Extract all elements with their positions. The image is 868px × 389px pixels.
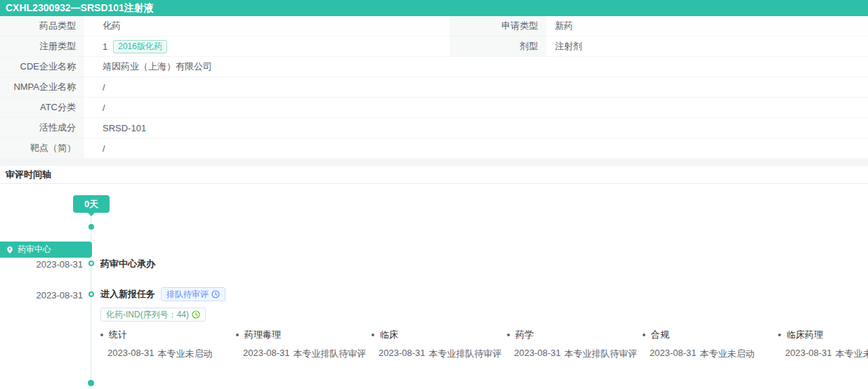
specialty-name: 临床 (380, 329, 398, 341)
timeline-section-title: 审评时间轴 (0, 166, 868, 184)
field-label: CDE企业名称 (0, 57, 84, 77)
specialty-date: 2023-08-31 (650, 348, 697, 360)
field-label: NMPA企业名称 (0, 77, 84, 97)
specialty-date: 2023-08-31 (785, 348, 832, 360)
specialty-date: 2023-08-31 (243, 348, 290, 360)
field-value: 注射剂 (555, 40, 582, 53)
review-center-label: 药审中心 (18, 244, 51, 256)
field-value: / (103, 103, 105, 113)
specialty-status: 本专业未启动 (700, 348, 755, 360)
field-value: 新药 (555, 20, 573, 32)
specialty-item: 统计 2023-08-31本专业未启动 (100, 329, 236, 360)
elapsed-days-badge: 0天 (73, 195, 110, 213)
specialty-name: 药学 (515, 329, 534, 341)
field-value: / (103, 82, 105, 93)
event-title: 药审中心承办 (100, 258, 155, 270)
event-date: 2023-08-31 (0, 290, 83, 301)
drug-info-table: 药品类型 化药 申请类型 新药 注册类型 1 2016版化药 剂型 注射剂 CD… (0, 16, 868, 159)
specialty-date: 2023-08-31 (107, 348, 154, 360)
timeline-axis (91, 215, 91, 384)
table-row: 药品类型 化药 申请类型 新药 (0, 16, 868, 37)
table-row: CDE企业名称 靖因药业（上海）有限公司 (0, 57, 868, 77)
field-label: ATC分类 (0, 98, 84, 117)
field-label: 靶点（简） (0, 138, 84, 158)
specialty-status: 本专业未启动 (836, 348, 868, 360)
specialty-status: 本专业排队待审评 (565, 348, 638, 360)
specialty-status: 本专业未启动 (158, 348, 213, 360)
specialty-name: 合规 (651, 329, 669, 341)
specialty-name: 统计 (109, 329, 127, 341)
specialty-name: 药理毒理 (244, 329, 281, 341)
specialty-date: 2023-08-31 (514, 348, 561, 360)
specialty-item: 临床 2023-08-31本专业排队待审评 (371, 329, 507, 360)
field-label: 剂型 (449, 37, 546, 56)
specialty-item: 临床药理 2023-08-31本专业未启动 (778, 329, 868, 360)
queue-status-text: 排队待审评 (166, 289, 209, 301)
field-value: 1 (103, 41, 107, 52)
event-marker (88, 291, 94, 297)
page-title: CXHL2300932—SRSD101注射液 (0, 0, 868, 16)
event-marker (88, 261, 94, 266)
table-row: NMPA企业名称 / (0, 77, 868, 98)
bullet-icon (100, 334, 103, 336)
bullet-icon (643, 334, 645, 336)
specialty-status: 本专业排队待审评 (429, 348, 502, 360)
event-title: 进入新报任务 排队待审评 (100, 287, 225, 301)
specialty-status: 本专业排队待审评 (294, 348, 367, 360)
task-sequence-text: 化药-IND(序列号：44) (106, 309, 189, 321)
table-row: 注册类型 1 2016版化药 剂型 注射剂 (0, 37, 868, 57)
field-label: 申请类型 (449, 16, 546, 36)
field-value: / (103, 143, 105, 154)
field-label: 活性成分 (0, 118, 84, 138)
event-title-text: 进入新报任务 (100, 288, 155, 301)
task-sequence-badge[interactable]: 化药-IND(序列号：44) (100, 308, 206, 322)
field-value: 靖因药业（上海）有限公司 (103, 60, 212, 73)
specialty-item: 药学 2023-08-31本专业排队待审评 (507, 329, 643, 360)
table-row: 活性成分 SRSD-101 (0, 118, 868, 138)
timeline-end-dot (88, 380, 94, 386)
specialty-name: 临床药理 (787, 329, 823, 341)
bullet-icon (778, 334, 781, 336)
registration-version-badge[interactable]: 2016版化药 (113, 40, 167, 53)
review-center-banner: 药审中心 (0, 242, 92, 258)
bullet-icon (507, 334, 510, 336)
field-label: 注册类型 (0, 37, 84, 56)
review-timeline: 0天 药审中心 2023-08-31 药审中心承办 2023-08-31 进入新… (0, 184, 868, 389)
field-value: SRSD-101 (103, 123, 146, 133)
specialty-status-row: 统计 2023-08-31本专业未启动 药理毒理 2023-08-31本专业排队… (100, 329, 868, 360)
clock-icon[interactable] (211, 290, 220, 298)
table-row: 靶点（简） / (0, 138, 868, 159)
queue-status-badge[interactable]: 排队待审评 (161, 287, 225, 301)
specialty-item: 药理毒理 2023-08-31本专业排队待审评 (236, 329, 371, 360)
bullet-icon (371, 334, 374, 336)
field-label: 药品类型 (0, 16, 84, 36)
event-title-text: 药审中心承办 (100, 258, 155, 270)
location-pin-icon (6, 246, 14, 254)
table-row: ATC分类 / (0, 98, 868, 118)
clock-icon[interactable] (192, 310, 200, 319)
timeline-start-dot (88, 224, 94, 230)
event-date: 2023-08-31 (0, 259, 83, 270)
section-divider (0, 159, 868, 166)
specialty-item: 合规 2023-08-31本专业未启动 (643, 329, 778, 360)
specialty-date: 2023-08-31 (379, 348, 426, 360)
bullet-icon (236, 334, 239, 336)
field-value: 化药 (103, 20, 121, 32)
